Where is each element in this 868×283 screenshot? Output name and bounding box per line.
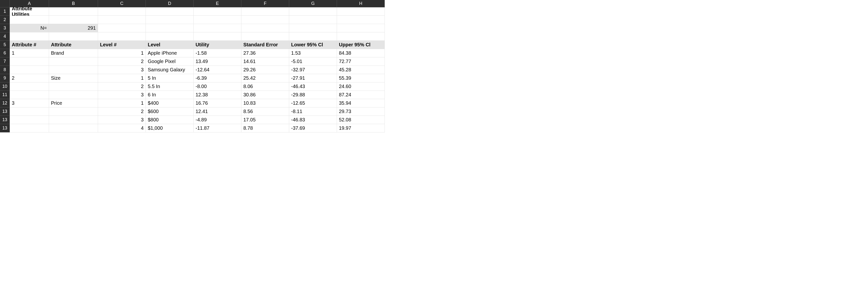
- cell-low-ci[interactable]: -32.97: [289, 66, 337, 74]
- col-header-G[interactable]: G: [289, 0, 337, 7]
- cell-level-num[interactable]: 1: [98, 99, 146, 107]
- cell-level[interactable]: Samsung Galaxy: [146, 66, 194, 74]
- cell-level[interactable]: 5 In: [146, 74, 194, 82]
- cell-attr-num[interactable]: [10, 82, 49, 91]
- cell-attr[interactable]: [49, 57, 98, 66]
- n-label[interactable]: N=: [10, 24, 49, 32]
- cell-utility[interactable]: 12.38: [194, 91, 241, 99]
- cell-attr-num[interactable]: [10, 116, 49, 124]
- cell-stderr[interactable]: 25.42: [241, 74, 289, 82]
- cell-attr-num[interactable]: 1: [10, 49, 49, 57]
- cell-level-num[interactable]: 1: [98, 49, 146, 57]
- title-cell[interactable]: Attribute Utilities: [10, 7, 49, 16]
- cell-utility[interactable]: 13.49: [194, 57, 241, 66]
- row-header[interactable]: 7: [0, 57, 10, 66]
- cell-low-ci[interactable]: -46.43: [289, 82, 337, 91]
- cell-utility[interactable]: 12.41: [194, 107, 241, 116]
- row-header[interactable]: 13: [0, 107, 10, 116]
- cell[interactable]: [337, 16, 385, 24]
- cell[interactable]: [289, 32, 337, 41]
- cell[interactable]: [289, 7, 337, 16]
- hdr-attr[interactable]: Attribute: [49, 41, 98, 49]
- cell-level[interactable]: $1,000: [146, 124, 194, 133]
- cell-stderr[interactable]: 27.36: [241, 49, 289, 57]
- row-header-5[interactable]: 5: [0, 41, 10, 49]
- cell-level-num[interactable]: 2: [98, 82, 146, 91]
- cell-attr-num[interactable]: [10, 124, 49, 133]
- cell-stderr[interactable]: 8.06: [241, 82, 289, 91]
- cell[interactable]: [146, 24, 194, 32]
- col-header-H[interactable]: H: [337, 0, 385, 7]
- hdr-up-ci[interactable]: Upper 95% Cl: [337, 41, 385, 49]
- cell-low-ci[interactable]: 1.53: [289, 49, 337, 57]
- cell-level[interactable]: $600: [146, 107, 194, 116]
- hdr-attr-num[interactable]: Attribute #: [10, 41, 49, 49]
- cell-attr-num[interactable]: 2: [10, 74, 49, 82]
- cell-level[interactable]: Google Pixel: [146, 57, 194, 66]
- cell-level[interactable]: $800: [146, 116, 194, 124]
- cell[interactable]: [194, 32, 241, 41]
- cell-utility[interactable]: -8.00: [194, 82, 241, 91]
- row-header[interactable]: 9: [0, 74, 10, 82]
- cell-attr-num[interactable]: [10, 107, 49, 116]
- cell[interactable]: [241, 32, 289, 41]
- cell-attr[interactable]: [49, 107, 98, 116]
- cell-up-ci[interactable]: 29.73: [337, 107, 385, 116]
- hdr-level-num[interactable]: Level #: [98, 41, 146, 49]
- cell[interactable]: [289, 16, 337, 24]
- cell-attr[interactable]: Brand: [49, 49, 98, 57]
- cell-low-ci[interactable]: -27.91: [289, 74, 337, 82]
- row-header[interactable]: 6: [0, 49, 10, 57]
- cell-utility[interactable]: -12.64: [194, 66, 241, 74]
- cell-stderr[interactable]: 30.86: [241, 91, 289, 99]
- cell-low-ci[interactable]: -12.65: [289, 99, 337, 107]
- row-header[interactable]: 10: [0, 82, 10, 91]
- corner-cell[interactable]: [0, 0, 10, 7]
- cell-low-ci[interactable]: -8.11: [289, 107, 337, 116]
- cell[interactable]: [337, 24, 385, 32]
- row-header[interactable]: 11: [0, 91, 10, 99]
- cell-stderr[interactable]: 8.78: [241, 124, 289, 133]
- cell-up-ci[interactable]: 52.08: [337, 116, 385, 124]
- cell-up-ci[interactable]: 35.94: [337, 99, 385, 107]
- cell-utility[interactable]: -6.39: [194, 74, 241, 82]
- cell-stderr[interactable]: 10.83: [241, 99, 289, 107]
- cell-stderr[interactable]: 29.26: [241, 66, 289, 74]
- cell-level-num[interactable]: 3: [98, 66, 146, 74]
- cell-low-ci[interactable]: -37.69: [289, 124, 337, 133]
- cell-attr[interactable]: [49, 124, 98, 133]
- cell[interactable]: [49, 7, 98, 16]
- row-header[interactable]: 13: [0, 124, 10, 133]
- cell-level-num[interactable]: 1: [98, 74, 146, 82]
- cell-up-ci[interactable]: 87.24: [337, 91, 385, 99]
- cell-attr-num[interactable]: [10, 91, 49, 99]
- col-header-B[interactable]: B: [49, 0, 98, 7]
- cell-level-num[interactable]: 2: [98, 57, 146, 66]
- cell-level[interactable]: $400: [146, 99, 194, 107]
- row-header-2[interactable]: 2: [0, 16, 10, 24]
- cell-attr[interactable]: [49, 91, 98, 99]
- cell-low-ci[interactable]: -46.83: [289, 116, 337, 124]
- cell[interactable]: [194, 7, 241, 16]
- cell-level[interactable]: Apple iPhone: [146, 49, 194, 57]
- cell-utility[interactable]: -1.58: [194, 49, 241, 57]
- col-header-E[interactable]: E: [194, 0, 241, 7]
- cell-attr[interactable]: [49, 82, 98, 91]
- cell-low-ci[interactable]: -5.01: [289, 57, 337, 66]
- col-header-D[interactable]: D: [146, 0, 194, 7]
- cell[interactable]: [194, 24, 241, 32]
- cell-level-num[interactable]: 3: [98, 91, 146, 99]
- cell-level-num[interactable]: 2: [98, 107, 146, 116]
- cell-up-ci[interactable]: 84.38: [337, 49, 385, 57]
- cell[interactable]: [98, 32, 146, 41]
- cell-utility[interactable]: -11.87: [194, 124, 241, 133]
- cell-attr-num[interactable]: [10, 57, 49, 66]
- cell-attr[interactable]: [49, 116, 98, 124]
- cell-attr-num[interactable]: 3: [10, 99, 49, 107]
- cell-attr[interactable]: [49, 66, 98, 74]
- cell[interactable]: [146, 7, 194, 16]
- n-value[interactable]: 291: [49, 24, 98, 32]
- cell[interactable]: [337, 7, 385, 16]
- cell[interactable]: [337, 32, 385, 41]
- cell-utility[interactable]: 16.76: [194, 99, 241, 107]
